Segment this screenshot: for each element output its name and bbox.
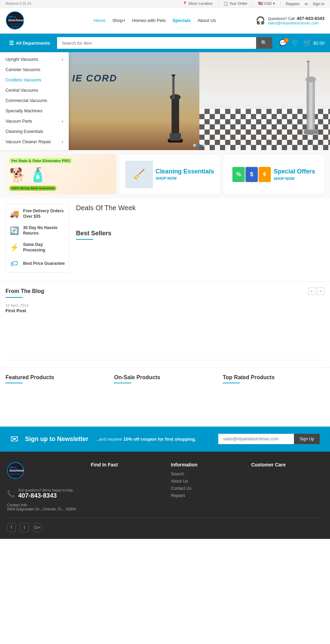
svg-text:Stutchman: Stutchman [9,468,24,472]
dropdown-menu: Upright Vacuums› Canister Vacuums Cordle… [0,52,69,150]
blog-post-1: 16 April, 2013 First Post [6,303,324,313]
main-navigation: Home Shop ▾ Homes with Pets Specials Abo… [54,18,256,23]
newsletter-title: Sign up to Newsletter [25,436,88,443]
blog-nav-buttons: ‹ › [308,287,324,295]
blog-post-date: 16 April, 2013 [6,303,324,307]
blog-post-title[interactable]: First Post [6,308,324,313]
dropdown-canister-vacuums[interactable]: Canister Vacuums [0,65,69,75]
top-rated-col: Top Rated Products [223,374,324,409]
footer-link-search[interactable]: Search [171,472,243,476]
special-shop-now-link[interactable]: SHOP NOW [274,177,315,181]
top-rated-underline [223,383,240,383]
hero-dot-1[interactable] [193,144,196,147]
nav-specials[interactable]: Specials [173,18,191,23]
search-input[interactable] [57,37,256,49]
promo-cleaning-banner[interactable]: 🧹 Cleaning Essentials SHOP NOW [119,154,220,194]
svg-text:VACUUMS: VACUUMS [10,473,21,475]
footer-customer-care: Customer Care [251,462,323,511]
hero-dot-3[interactable] [203,144,206,147]
newsletter-signup-button[interactable]: Sign Up [294,434,320,444]
footer-link-repairs[interactable]: Repairs [171,493,243,498]
promo-dog-icon: 🐕 [9,167,26,183]
nav-home[interactable]: Home [94,18,106,23]
your-order-link[interactable]: 📋 Your Order [223,1,248,6]
search-button[interactable]: 🔍 [256,37,272,49]
featured-products-placeholder [6,389,107,409]
svg-rect-17 [307,79,315,132]
hero-dots [193,144,206,147]
blog-underline [6,297,23,298]
svg-rect-8 [170,133,181,141]
store-location-link[interactable]: 📍 Store Location [183,1,213,6]
dropdown-vacuum-repair[interactable]: Vacuum Cleaner Repair› [0,137,69,147]
chat-button[interactable]: 💬 0 [279,39,287,47]
register-link[interactable]: Register [286,2,300,6]
sign-in-link[interactable]: Sign In [313,2,324,6]
hero-vacuum-left-svg [158,75,192,150]
dropdown-commercial-vacuums[interactable]: Commercial Vacuums [0,95,69,106]
footer-logo: IRBY & Stutchman VACUUMS [7,462,41,479]
promo-bottle-icon: 🧴 [29,167,46,183]
hero-right-panel [199,52,330,150]
dropdown-cleaning-essentials[interactable]: Cleaning Essentials [0,126,69,137]
tag-blue: $ [245,167,258,182]
nav-shop[interactable]: Shop ▾ [112,18,125,23]
benefit-delivery-text: Free Delivery Orders Over $35 [23,208,66,219]
header-icons: 💬 0 ♡ 🛒 $0.00 [279,39,324,47]
featured-underline [6,383,23,383]
best-sellers-underline [76,239,93,240]
blog-next-button[interactable]: › [317,287,324,295]
section-divider-1 [6,360,324,360]
footer-link-about[interactable]: About Us [171,479,243,484]
top-bar-right: 📍 Store Location | 📋 Your Order | 🇺🇸 USD… [183,1,324,6]
footer-link-contact[interactable]: Contact Us [171,486,243,491]
footer: IRBY & Stutchman VACUUMS 📞 Got questions… [0,452,330,539]
nav-about-us[interactable]: About Us [198,18,216,23]
promo-banners: Pet Stain & Odor Eliminator PRO 🐕 🧴 100%… [0,150,330,199]
dropdown-cordless-vacuums[interactable]: Cordless Vacuums [0,75,69,85]
dropdown-central-vacuums[interactable]: Central Vacuums [0,85,69,95]
cleaning-shop-now-link[interactable]: SHOP NOW [156,176,214,180]
main-content: 🚚 Free Delivery Orders Over $35 🔄 30 Day… [0,199,330,278]
newsletter-form: Sign Up [218,434,320,444]
promo-special-banner[interactable]: % $ ¢ Special Offers SHOP NOW [223,154,324,194]
newsletter-email-input[interactable] [218,434,294,444]
blog-prev-button[interactable]: ‹ [308,287,316,295]
benefit-returns: 🔄 30 Day No Hassle Returns [9,225,66,236]
hero-dot-2[interactable] [198,144,201,147]
social-facebook[interactable]: f [7,523,16,532]
all-departments-button[interactable]: ☰ All Departments [6,38,54,48]
wishlist-button[interactable]: ♡ [292,39,298,47]
tag-green: % [232,167,245,182]
contact-phone: 407-843-8343 [297,16,324,21]
on-sale-col: On-Sale Products [114,374,216,409]
footer-information-title: Information [171,462,243,467]
special-tags: % $ ¢ [232,167,271,182]
social-google-plus[interactable]: G+ [33,523,42,532]
benefit-returns-text: 30 Day No Hassle Returns [23,225,66,236]
top-rated-title: Top Rated Products [223,374,324,381]
best-sellers-placeholder [76,245,324,259]
svg-point-10 [172,75,175,77]
newsletter-section: ✉ Sign up to Newsletter ...and receive 1… [0,427,330,452]
hero-left-panel: IE CORD [69,52,199,150]
cart-button[interactable]: 🛒 $0.00 [303,39,324,47]
svg-rect-9 [172,75,175,99]
svg-text:IRBY &: IRBY & [9,16,16,18]
headphone-icon: 🎧 [256,16,265,25]
currency-selector[interactable]: 🇺🇸 USD ▾ [258,1,275,6]
social-twitter[interactable]: t [20,523,29,532]
cleaning-text: Cleaning Essentials SHOP NOW [156,168,214,181]
logo-area[interactable]: IRBY & Stutchman VACUUMS [6,11,54,30]
dropdown-specialty-machines[interactable]: Specialty Machines [0,106,69,116]
promo-pet-banner[interactable]: Pet Stain & Odor Eliminator PRO 🐕 🧴 100%… [6,154,116,194]
benefit-free-delivery: 🚚 Free Delivery Orders Over $35 [9,208,66,219]
dropdown-vacuum-parts[interactable]: Vacuum Parts› [0,116,69,126]
svg-text:IRBY &: IRBY & [10,466,16,468]
header: IRBY & Stutchman VACUUMS Home Shop ▾ Hom… [0,8,330,34]
newsletter-subtitle: ...and receive 10% off coupon for first … [95,437,211,442]
nav-homes-with-pets[interactable]: Homes with Pets [132,18,166,23]
dropdown-upright-vacuums[interactable]: Upright Vacuums› [0,54,69,65]
footer-address: 2804 Edgewater Dr., Orlando, FL., 32804 [7,507,82,511]
footer-phone-icon: 📞 [7,490,15,498]
